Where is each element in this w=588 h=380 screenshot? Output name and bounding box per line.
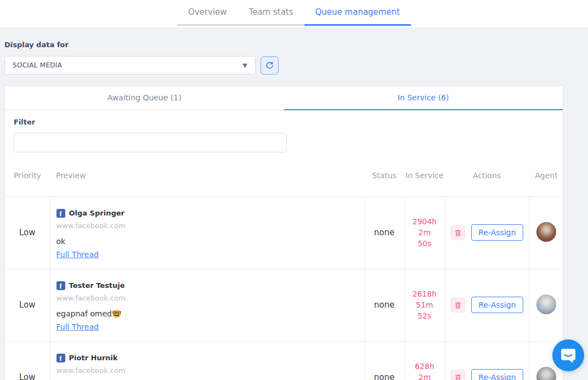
filter-label: Filter xyxy=(14,118,554,126)
chat-bubble-icon xyxy=(559,346,578,365)
tab-queue-management[interactable]: Queue management xyxy=(304,0,411,26)
select-value: SOCIAL MEDIA xyxy=(13,61,62,69)
status-value: none xyxy=(364,269,404,341)
contact-name: Piotr Hurnik xyxy=(69,354,118,362)
tab-in-service[interactable]: In Service (6) xyxy=(284,86,563,110)
col-in-service: In Service xyxy=(404,156,445,196)
trash-icon xyxy=(454,229,462,237)
priority-value: Low xyxy=(5,341,50,380)
agent-avatar[interactable] xyxy=(536,294,556,314)
table-row: Low f Olga Springer www.facebook.com ok … xyxy=(5,196,564,269)
agent-avatar[interactable] xyxy=(536,222,556,242)
agent-avatar[interactable] xyxy=(536,367,556,380)
col-agent: Agent xyxy=(529,156,564,196)
priority-value: Low xyxy=(5,269,50,341)
filter-input[interactable] xyxy=(14,133,287,152)
reassign-button[interactable]: Re-Assign xyxy=(471,369,523,380)
facebook-icon: f xyxy=(56,209,65,218)
full-thread-link[interactable]: Full Thread xyxy=(56,322,99,331)
preview-cell: f Olga Springer www.facebook.com ok Full… xyxy=(50,196,364,269)
trash-icon xyxy=(454,373,462,380)
actions-cell: Re-Assign xyxy=(445,196,529,269)
delete-button[interactable] xyxy=(450,225,466,240)
col-actions: Actions xyxy=(445,156,529,196)
status-value: none xyxy=(364,341,404,380)
priority-value: Low xyxy=(5,196,50,269)
source-url: www.facebook.com xyxy=(56,366,358,375)
col-preview: Preview xyxy=(50,156,364,196)
preview-cell: f Tester Testuje www.facebook.com egapna… xyxy=(50,269,364,341)
refresh-icon xyxy=(265,61,274,70)
queue-table: Priority Preview Status In Service Actio… xyxy=(5,156,564,380)
facebook-icon: f xyxy=(56,281,65,290)
chevron-down-icon: ▼ xyxy=(242,62,247,69)
table-header-row: Priority Preview Status In Service Actio… xyxy=(5,156,564,196)
full-thread-link[interactable]: Full Thread xyxy=(56,250,99,259)
trash-icon xyxy=(454,301,462,309)
table-row: Low f Piotr Hurnik www.facebook.com hej … xyxy=(5,341,564,380)
in-service-time: 2618h 51m 52s xyxy=(404,269,445,341)
agent-cell xyxy=(529,269,564,341)
queue-panel: Awaiting Queue (1) In Service (6) Filter… xyxy=(4,86,563,380)
reassign-button[interactable]: Re-Assign xyxy=(471,297,523,313)
status-value: none xyxy=(364,196,404,269)
refresh-button[interactable] xyxy=(261,56,279,75)
delete-button[interactable] xyxy=(450,297,466,313)
facebook-icon: f xyxy=(56,354,65,362)
col-priority: Priority xyxy=(5,156,50,196)
agent-cell xyxy=(529,196,564,269)
queue-tabs: Awaiting Queue (1) In Service (6) xyxy=(5,86,563,110)
source-url: www.facebook.com xyxy=(56,222,358,230)
chat-launcher-button[interactable] xyxy=(552,339,584,371)
contact-name: Olga Springer xyxy=(69,209,125,217)
top-navigation: Overview Team stats Queue management xyxy=(0,0,588,27)
source-url: www.facebook.com xyxy=(56,294,358,302)
in-service-time: 628h 2m 20s xyxy=(404,341,445,380)
delete-button[interactable] xyxy=(450,370,466,380)
display-data-controls: Display data for SOCIAL MEDIA ▼ xyxy=(0,27,588,75)
message-preview: ok xyxy=(56,237,358,246)
display-data-for-label: Display data for xyxy=(4,41,584,49)
table-row: Low f Tester Testuje www.facebook.com eg… xyxy=(5,269,564,341)
filter-block: Filter xyxy=(5,110,563,152)
display-data-for-select[interactable]: SOCIAL MEDIA ▼ xyxy=(4,56,256,75)
actions-cell: Re-Assign xyxy=(445,341,529,380)
in-service-time: 2904h 2m 50s xyxy=(404,196,445,269)
preview-cell: f Piotr Hurnik www.facebook.com hej dzik… xyxy=(50,341,364,380)
message-preview: egapnaf omed🤓 xyxy=(56,309,358,318)
col-status: Status xyxy=(364,156,404,196)
tab-overview[interactable]: Overview xyxy=(177,0,238,26)
tab-awaiting-queue[interactable]: Awaiting Queue (1) xyxy=(5,86,284,110)
actions-cell: Re-Assign xyxy=(445,269,529,341)
tab-team-stats[interactable]: Team stats xyxy=(238,0,304,26)
contact-name: Tester Testuje xyxy=(69,281,125,290)
reassign-button[interactable]: Re-Assign xyxy=(471,224,523,241)
